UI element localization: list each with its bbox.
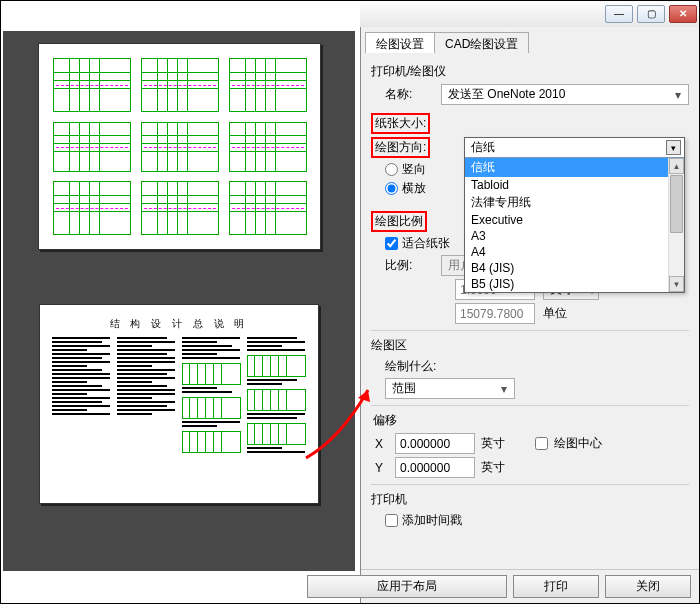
plot-area-group-label: 绘图区 — [371, 337, 689, 354]
printer2-group-label: 打印机 — [371, 491, 689, 508]
scale-unit-2-label: 单位 — [543, 305, 567, 322]
paper-option[interactable]: 信纸 — [465, 158, 684, 177]
title-bar: — ▢ ✕ — [359, 1, 699, 27]
offset-x-input[interactable]: 0.000000 — [395, 433, 475, 454]
paper-size-dropdown: 信纸 ▾ 信纸 Tabloid 法律专用纸 Executive A3 A4 B4… — [464, 137, 685, 293]
apply-to-layout-button[interactable]: 应用于布局 — [307, 575, 507, 598]
orientation-landscape-label: 横放 — [402, 180, 426, 197]
offset-group-label: 偏移 — [371, 412, 689, 429]
printer-name-label: 名称: — [371, 86, 441, 103]
preview-sheet-2: 结 构 设 计 总 说 明 — [39, 304, 319, 504]
plot-what-combo[interactable]: 范围 ▾ — [385, 378, 515, 399]
paper-option[interactable]: A4 — [465, 244, 684, 260]
fit-to-paper-label: 适合纸张 — [402, 235, 450, 252]
scale-value-2[interactable]: 15079.7800 — [455, 303, 535, 324]
paper-option[interactable]: 法律专用纸 — [465, 193, 684, 212]
preview-pane: 结 构 设 计 总 说 明 — [1, 1, 360, 601]
printer-name-combo[interactable]: 发送至 OneNote 2010 ▾ — [441, 84, 689, 105]
chevron-down-icon: ▾ — [666, 140, 681, 155]
ratio-label: 比例: — [371, 257, 441, 274]
dropdown-scrollbar[interactable]: ▲ ▼ — [668, 158, 684, 292]
dialog-footer: 应用于布局 打印 关闭 — [361, 569, 699, 603]
offset-y-input[interactable]: 0.000000 — [395, 457, 475, 478]
chevron-down-icon: ▾ — [496, 382, 511, 396]
orientation-label: 绘图方向: — [371, 137, 430, 158]
orientation-portrait-radio[interactable] — [385, 163, 398, 176]
orientation-landscape-radio[interactable] — [385, 182, 398, 195]
scale-label: 绘图比例 — [371, 211, 427, 232]
paper-size-label: 纸张大小: — [371, 113, 430, 134]
timestamp-label: 添加时间戳 — [402, 512, 462, 529]
print-button[interactable]: 打印 — [513, 575, 599, 598]
preview-sheet-1 — [38, 43, 321, 250]
paper-size-combo[interactable]: 信纸 ▾ — [465, 138, 684, 158]
settings-panel: 绘图设置 CAD绘图设置 打印机/绘图仪 名称: 发送至 OneNote 201… — [360, 27, 699, 603]
preview-canvas: 结 构 设 计 总 说 明 — [3, 31, 355, 571]
paper-option[interactable]: Executive — [465, 212, 684, 228]
offset-y-label: Y — [371, 461, 389, 475]
paper-option[interactable]: B4 (JIS) — [465, 260, 684, 276]
chevron-down-icon: ▾ — [670, 88, 685, 102]
scroll-down-icon[interactable]: ▼ — [669, 276, 684, 292]
doc-title: 结 构 设 计 总 说 明 — [52, 317, 306, 331]
settings-content: 打印机/绘图仪 名称: 发送至 OneNote 2010 ▾ 纸张大小: 绘图方… — [361, 53, 699, 569]
orientation-portrait-label: 竖向 — [402, 161, 426, 178]
timestamp-checkbox[interactable] — [385, 514, 398, 527]
offset-y-unit: 英寸 — [481, 459, 505, 476]
paper-option[interactable]: B5 (JIS) — [465, 276, 684, 292]
offset-x-label: X — [371, 437, 389, 451]
maximize-button[interactable]: ▢ — [637, 5, 665, 23]
plot-center-checkbox[interactable] — [535, 437, 548, 450]
close-button[interactable]: ✕ — [669, 5, 697, 23]
plot-center-label: 绘图中心 — [554, 435, 602, 452]
scroll-thumb[interactable] — [670, 175, 683, 233]
printer-group-label: 打印机/绘图仪 — [371, 63, 689, 80]
close-dialog-button[interactable]: 关闭 — [605, 575, 691, 598]
paper-size-list: 信纸 Tabloid 法律专用纸 Executive A3 A4 B4 (JIS… — [465, 158, 684, 292]
offset-x-unit: 英寸 — [481, 435, 505, 452]
scroll-up-icon[interactable]: ▲ — [669, 158, 684, 174]
plot-what-label: 绘制什么: — [371, 358, 436, 375]
paper-option[interactable]: A3 — [465, 228, 684, 244]
fit-to-paper-checkbox[interactable] — [385, 237, 398, 250]
paper-option[interactable]: Tabloid — [465, 177, 684, 193]
minimize-button[interactable]: — — [605, 5, 633, 23]
